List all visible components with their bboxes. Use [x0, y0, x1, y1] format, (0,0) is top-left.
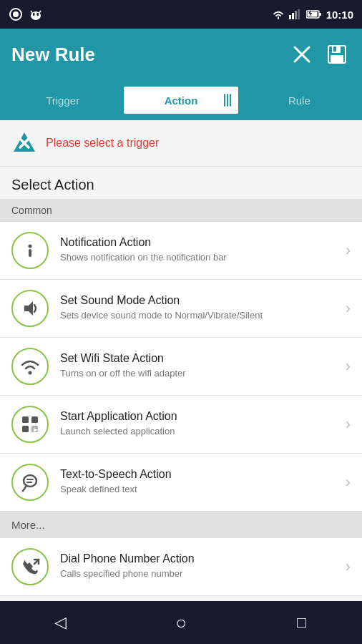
list-item[interactable]: Dial Phone Number Action Calls specified… [0, 538, 362, 596]
status-bar-left [9, 7, 43, 21]
sound-action-title: Set Sound Mode Action [60, 294, 334, 307]
save-icon [326, 44, 348, 65]
svg-rect-10 [298, 9, 300, 19]
battery-icon [306, 9, 322, 19]
phone-icon [20, 557, 40, 577]
svg-point-1 [13, 11, 19, 17]
phone-action-subtitle: Calls specified phone number [60, 567, 334, 580]
svg-point-33 [24, 475, 36, 487]
wifi-action-text: Set Wifi State Action Turns on or off th… [60, 352, 334, 380]
back-button[interactable]: ◁ [42, 605, 78, 640]
sound-action-subtitle: Sets device sound mode to Normal/Vibrate… [60, 309, 334, 322]
wifi-icon-wrap [11, 348, 49, 385]
svg-rect-9 [295, 11, 297, 19]
warning-text: Please select a trigger [46, 137, 159, 150]
list-item[interactable]: Start Application Action Launch selected… [0, 396, 362, 454]
signal-icon [289, 9, 302, 19]
svg-rect-12 [319, 13, 321, 16]
close-icon [292, 44, 312, 64]
svg-rect-25 [29, 249, 31, 257]
app-bar: New Rule [0, 29, 362, 80]
svg-rect-8 [292, 13, 294, 19]
notification-icon-wrap [11, 232, 49, 269]
tab-trigger[interactable]: Trigger [6, 85, 119, 115]
chevron-icon: › [346, 299, 351, 318]
sound-icon [20, 298, 40, 318]
sound-action-text: Set Sound Mode Action Sets device sound … [60, 294, 334, 322]
status-bar: 10:10 [0, 0, 362, 29]
sound-icon-wrap [11, 290, 49, 327]
speech-action-subtitle: Speak defined text [60, 483, 334, 496]
app-icon [20, 414, 40, 434]
tab-decoration [224, 94, 231, 107]
recents-button[interactable]: □ [284, 605, 320, 640]
list-item[interactable]: Text-to-Speech Action Speak defined text… [0, 454, 362, 512]
common-section-header: Common [0, 199, 362, 222]
wifi-action-subtitle: Turns on or off the wifi adapter [60, 367, 334, 380]
speech-icon [20, 472, 40, 492]
app-action-text: Start Application Action Launch selected… [60, 410, 334, 438]
chevron-icon: › [346, 473, 351, 492]
android-icon [29, 7, 43, 21]
time-display: 10:10 [326, 9, 353, 21]
wifi-action-icon [20, 356, 40, 376]
svg-rect-7 [289, 15, 291, 19]
chevron-icon: › [346, 357, 351, 376]
tab-action[interactable]: Action [122, 85, 239, 115]
app-action-subtitle: Launch selected application [60, 425, 334, 438]
app-bar-actions [289, 41, 351, 68]
svg-rect-3 [33, 13, 35, 16]
phone-icon-wrap [11, 548, 49, 585]
svg-rect-4 [37, 13, 39, 16]
circle-status-icon [9, 7, 23, 21]
svg-rect-13 [307, 12, 317, 17]
info-icon [20, 240, 40, 260]
bottom-nav: ◁ ○ □ [0, 601, 362, 644]
save-button[interactable] [323, 41, 351, 68]
list-item[interactable]: Notification Action Shows notification o… [0, 222, 362, 280]
svg-rect-28 [22, 416, 29, 423]
action-list: Common Notification Action Shows notific… [0, 199, 362, 601]
home-button[interactable]: ○ [163, 605, 199, 640]
speech-action-title: Text-to-Speech Action [60, 468, 334, 481]
list-item[interactable]: Set Wifi State Action Turns on or off th… [0, 338, 362, 396]
svg-rect-19 [333, 47, 336, 52]
svg-marker-26 [24, 301, 33, 316]
speech-action-text: Text-to-Speech Action Speak defined text [60, 468, 334, 496]
chevron-icon: › [346, 241, 351, 260]
svg-rect-18 [331, 55, 343, 62]
app-action-title: Start Application Action [60, 410, 334, 423]
close-button[interactable] [289, 42, 315, 67]
svg-line-5 [31, 11, 32, 13]
app-icon-wrap [11, 406, 49, 443]
notification-action-title: Notification Action [60, 236, 334, 249]
list-item[interactable]: Set Sound Mode Action Sets device sound … [0, 280, 362, 338]
status-bar-right: 10:10 [272, 9, 353, 21]
warning-banner: Please select a trigger [0, 120, 362, 167]
svg-rect-29 [31, 416, 38, 423]
app-bar-title: New Rule [11, 44, 95, 66]
select-action-title: Select Action [0, 167, 362, 199]
notification-action-subtitle: Shows notification on the notification b… [60, 251, 334, 264]
more-section-header: More... [0, 512, 362, 538]
svg-point-27 [29, 371, 32, 375]
notification-action-text: Notification Action Shows notification o… [60, 236, 334, 264]
chevron-icon: › [346, 557, 351, 576]
phone-action-text: Dial Phone Number Action Calls specified… [60, 552, 334, 580]
tab-rule[interactable]: Rule [243, 85, 356, 115]
svg-point-24 [29, 245, 32, 248]
svg-line-6 [39, 11, 41, 13]
wifi-action-title: Set Wifi State Action [60, 352, 334, 365]
phone-action-title: Dial Phone Number Action [60, 552, 334, 565]
svg-rect-30 [22, 426, 29, 432]
wifi-status-icon [272, 9, 285, 19]
tab-bar: Trigger Action Rule [0, 80, 362, 120]
speech-icon-wrap [11, 464, 49, 501]
chevron-icon: › [346, 415, 351, 434]
warning-icon [11, 130, 37, 156]
